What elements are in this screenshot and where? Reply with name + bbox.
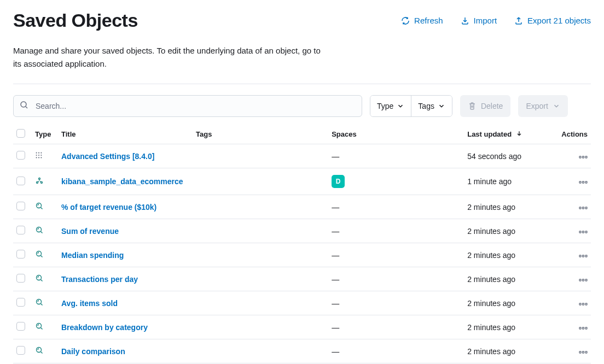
- refresh-button[interactable]: Refresh: [401, 16, 443, 25]
- table-row: Daily comparison—2 minutes ago: [13, 339, 591, 363]
- lens-icon: [35, 346, 44, 355]
- more-actions-icon[interactable]: [579, 152, 588, 161]
- col-spaces[interactable]: Spaces: [328, 125, 464, 144]
- export-button[interactable]: Export 21 objects: [514, 16, 591, 25]
- row-checkbox[interactable]: [16, 226, 25, 234]
- table-row: Advanced Settings [8.4.0]—54 seconds ago: [13, 144, 591, 168]
- object-title-link[interactable]: Daily comparison: [61, 347, 125, 356]
- more-actions-icon[interactable]: [579, 251, 588, 260]
- col-updated[interactable]: Last updated: [464, 125, 558, 144]
- export-action-button[interactable]: Export: [518, 95, 567, 117]
- import-button[interactable]: Import: [461, 16, 497, 25]
- row-checkbox[interactable]: [16, 177, 25, 185]
- object-title-link[interactable]: Avg. items sold: [61, 299, 118, 308]
- svg-rect-41: [583, 327, 584, 329]
- object-title-link[interactable]: kibana_sample_data_ecommerce: [61, 177, 183, 186]
- lens-icon: [35, 322, 44, 331]
- svg-rect-33: [583, 279, 584, 281]
- svg-rect-30: [585, 255, 587, 257]
- row-checkbox[interactable]: [16, 151, 25, 160]
- search-icon: [20, 101, 28, 111]
- row-checkbox[interactable]: [16, 274, 25, 283]
- svg-rect-11: [583, 156, 584, 158]
- spaces-empty: —: [332, 251, 339, 260]
- spaces-empty: —: [332, 347, 339, 356]
- search-input[interactable]: [13, 95, 362, 117]
- header-actions: Refresh Import Export 21 objects: [401, 16, 591, 25]
- svg-rect-17: [583, 181, 584, 183]
- arrow-down-icon: [516, 130, 522, 137]
- svg-rect-44: [579, 351, 581, 353]
- svg-rect-45: [583, 351, 584, 353]
- row-checkbox[interactable]: [16, 346, 25, 355]
- chevron-down-icon: [397, 102, 404, 110]
- row-checkbox[interactable]: [16, 322, 25, 331]
- svg-rect-42: [585, 327, 587, 329]
- select-all-checkbox[interactable]: [16, 129, 25, 138]
- page-title: Saved Objects: [13, 10, 138, 31]
- svg-rect-24: [579, 231, 581, 233]
- last-updated: 2 minutes ago: [467, 275, 515, 284]
- spaces-empty: —: [332, 203, 339, 212]
- table-row: kibana_sample_data_ecommerceD1 minute ag…: [13, 168, 591, 195]
- col-type[interactable]: Type: [32, 125, 58, 144]
- col-title[interactable]: Title: [58, 125, 193, 144]
- object-title-link[interactable]: % of target revenue ($10k): [61, 203, 156, 212]
- type-filter-button[interactable]: Type: [370, 96, 411, 116]
- svg-rect-32: [579, 279, 581, 281]
- lens-icon: [35, 202, 44, 210]
- refresh-icon: [401, 16, 410, 25]
- svg-rect-18: [585, 181, 587, 183]
- svg-point-7: [36, 157, 37, 158]
- spaces-empty: —: [332, 227, 339, 236]
- tags-filter-label: Tags: [418, 102, 434, 110]
- space-badge[interactable]: D: [332, 175, 345, 188]
- object-title-link[interactable]: Sum of revenue: [61, 227, 119, 236]
- table-row: % of target revenue ($10k)—2 minutes ago: [13, 195, 591, 219]
- index-pattern-icon: [35, 177, 44, 185]
- chevron-down-icon: [438, 102, 445, 110]
- more-actions-icon[interactable]: [579, 227, 588, 236]
- object-title-link[interactable]: Breakdown by category: [61, 323, 148, 332]
- search-wrapper: [13, 95, 362, 117]
- svg-rect-21: [583, 207, 584, 209]
- svg-point-0: [21, 102, 26, 107]
- svg-rect-36: [579, 303, 581, 305]
- more-actions-icon[interactable]: [579, 275, 588, 284]
- svg-point-43: [37, 348, 42, 353]
- table-row: Transactions per day—2 minutes ago: [13, 267, 591, 291]
- svg-rect-40: [579, 327, 581, 329]
- delete-button[interactable]: Delete: [460, 95, 510, 117]
- table-row: Median spending—2 minutes ago: [13, 243, 591, 267]
- more-actions-icon[interactable]: [579, 323, 588, 332]
- last-updated: 2 minutes ago: [467, 203, 515, 212]
- table-row: Avg. items sold—2 minutes ago: [13, 291, 591, 315]
- last-updated: 2 minutes ago: [467, 227, 515, 236]
- spaces-empty: —: [332, 275, 339, 284]
- svg-rect-22: [585, 207, 587, 209]
- lens-icon: [35, 298, 44, 307]
- type-filter-label: Type: [377, 102, 393, 110]
- col-actions: Actions: [558, 125, 591, 144]
- object-title-link[interactable]: Transactions per day: [61, 275, 138, 284]
- svg-point-13: [39, 178, 40, 179]
- object-title-link[interactable]: Advanced Settings [8.4.0]: [61, 152, 154, 161]
- svg-rect-10: [579, 156, 581, 158]
- more-actions-icon[interactable]: [579, 203, 588, 212]
- toolbar: Type Tags Delete Export: [13, 95, 591, 117]
- col-tags[interactable]: Tags: [193, 125, 328, 144]
- tags-filter-button[interactable]: Tags: [411, 96, 452, 116]
- row-checkbox[interactable]: [16, 298, 25, 307]
- svg-rect-34: [585, 279, 587, 281]
- svg-point-5: [38, 155, 39, 156]
- more-actions-icon[interactable]: [579, 299, 588, 308]
- object-title-link[interactable]: Median spending: [61, 251, 124, 260]
- row-checkbox[interactable]: [16, 202, 25, 210]
- more-actions-icon[interactable]: [579, 347, 588, 356]
- row-checkbox[interactable]: [16, 250, 25, 259]
- lens-icon: [35, 226, 44, 234]
- svg-rect-38: [585, 303, 587, 305]
- more-actions-icon[interactable]: [579, 177, 588, 186]
- svg-point-35: [37, 300, 42, 304]
- svg-point-27: [37, 251, 42, 256]
